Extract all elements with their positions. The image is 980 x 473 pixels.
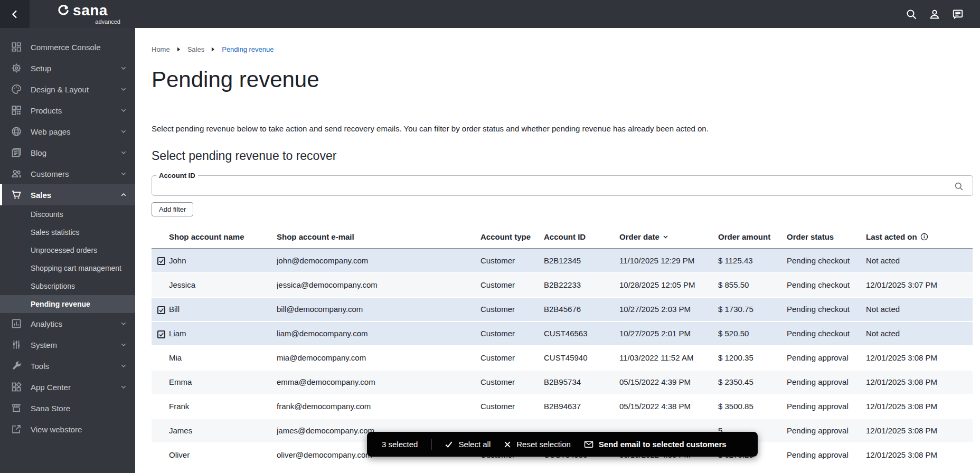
chevron-down-icon <box>119 169 128 178</box>
x-icon <box>504 441 511 448</box>
sidebar-item-shopping-cart-management[interactable]: Shopping cart management <box>0 259 135 277</box>
sidebar-item-customers[interactable]: Customers <box>0 163 135 184</box>
table-row-john[interactable]: Johnjohn@democompany.comCustomerB2B12345… <box>152 249 973 273</box>
breadcrumb-pending-revenue[interactable]: Pending revenue <box>222 45 274 53</box>
sidebar-item-sana-store[interactable]: Sana Store <box>0 398 135 419</box>
feedback-chat-icon[interactable] <box>951 8 964 21</box>
sidebar-item-tools[interactable]: Tools <box>0 355 135 376</box>
chevron-down-icon <box>119 383 128 391</box>
row-checkbox[interactable] <box>157 330 165 338</box>
reset-selection-button[interactable]: Reset selection <box>504 440 571 449</box>
cell-account-id: B2B95734 <box>544 370 619 394</box>
send-email-button[interactable]: Send email to selected customers <box>584 440 727 449</box>
sidebar-item-web-pages[interactable]: Web pages <box>0 121 135 142</box>
account-id-input[interactable] <box>159 183 945 192</box>
column-header-order-amount[interactable]: Order amount <box>718 226 787 249</box>
breadcrumb-sales[interactable]: Sales <box>187 45 205 53</box>
sidebar-item-unprocessed-orders[interactable]: Unprocessed orders <box>0 241 135 259</box>
cell-account-type: Customer <box>480 273 544 297</box>
table-row-mia[interactable]: Miamia@democompany.comCustomerCUST459401… <box>152 346 973 370</box>
sidebar-item-commerce-console[interactable]: Commerce Console <box>0 36 135 58</box>
sana-logo[interactable]: sana advanced <box>30 3 135 25</box>
cell-order-date: 10/27/2025 2:03 PM <box>619 297 718 321</box>
add-filter-button[interactable]: Add filter <box>152 202 193 216</box>
sidebar-item-subscriptions[interactable]: Subscriptions <box>0 277 135 295</box>
cell-shop-account-name: Frank <box>169 394 277 419</box>
sidebar-item-label: Design & Layout <box>31 85 89 94</box>
field-search-icon[interactable] <box>953 180 965 193</box>
external-link-icon <box>11 423 22 435</box>
column-header-account-id[interactable]: Account ID <box>544 226 619 249</box>
column-header-order-status[interactable]: Order status <box>787 226 866 249</box>
column-header-account-type[interactable]: Account type <box>480 226 544 249</box>
cell-account-id: B2B22233 <box>544 273 619 297</box>
table-row-emma[interactable]: Emmaemma@democompany.comCustomerB2B95734… <box>152 370 973 394</box>
chevron-down-icon <box>119 340 128 349</box>
sidebar-item-label: Setup <box>31 64 51 73</box>
sidebar-item-products[interactable]: Products <box>0 100 135 121</box>
sidebar-item-setup[interactable]: Setup <box>0 58 135 79</box>
sidebar-item-label: Tools <box>31 362 49 371</box>
sidebar-nav: Commerce ConsoleSetupDesign & LayoutProd… <box>0 28 135 473</box>
cell-order-status: Pending approval <box>787 394 866 419</box>
sidebar-item-design-layout[interactable]: Design & Layout <box>0 79 135 100</box>
account-icon[interactable] <box>928 8 941 21</box>
account-id-label: Account ID <box>156 172 198 179</box>
chevron-down-icon <box>119 85 128 93</box>
row-checkbox[interactable] <box>157 306 165 314</box>
sidebar-item-view-webstore[interactable]: View webstore <box>0 419 135 440</box>
palette-icon <box>11 83 22 95</box>
info-icon <box>920 233 928 241</box>
column-header-last-acted-on[interactable]: Last acted on <box>866 226 973 249</box>
row-checkbox[interactable] <box>157 257 165 265</box>
chevron-down-icon <box>119 64 128 72</box>
breadcrumb-separator-icon <box>177 47 181 52</box>
cell-shop-account-email: liam@democompany.com <box>277 321 480 346</box>
breadcrumb-home[interactable]: Home <box>152 45 170 53</box>
sidebar-item-sales-statistics[interactable]: Sales statistics <box>0 223 135 241</box>
cell-last-acted-on: Not acted <box>866 321 973 346</box>
column-header-shop-account-name[interactable]: Shop account name <box>169 226 277 249</box>
cell-last-acted-on: 12/01/2025 3:08 PM <box>866 394 973 419</box>
cell-order-status: Pending approval <box>787 443 866 467</box>
chevron-down-icon <box>119 148 128 157</box>
sidebar-item-blog[interactable]: Blog <box>0 142 135 163</box>
cell-account-id: CUST45940 <box>544 346 619 370</box>
cell-shop-account-name: Liam <box>169 321 277 346</box>
select-all-button[interactable]: Select all <box>445 440 491 449</box>
envelope-icon <box>584 440 593 448</box>
sidebar-item-system[interactable]: System <box>0 334 135 355</box>
sidebar-item-label: Customers <box>31 169 69 178</box>
logo-subtitle: advanced <box>95 18 120 25</box>
cell-order-amount: $ 1125.43 <box>718 249 787 273</box>
cell-shop-account-name: Jessica <box>169 273 277 297</box>
table-row-jessica[interactable]: Jessicajessica@democompany.comCustomerB2… <box>152 273 973 297</box>
sidebar-item-discounts[interactable]: Discounts <box>0 205 135 223</box>
section-heading: Select pending revenue to recover <box>152 149 973 163</box>
sidebar-item-pending-revenue[interactable]: Pending revenue <box>0 295 135 313</box>
table-row-frank[interactable]: Frankfrank@democompany.comCustomerB2B946… <box>152 394 973 419</box>
search-icon[interactable] <box>905 8 918 21</box>
cell-last-acted-on: Not acted <box>866 249 973 273</box>
column-header-shop-account-e-mail[interactable]: Shop account e-mail <box>277 226 480 249</box>
logo-text: sana <box>73 3 108 18</box>
cell-account-type: Customer <box>480 297 544 321</box>
wrench-icon <box>11 360 22 372</box>
table-row-bill[interactable]: Billbill@democompany.comCustomerB2B45676… <box>152 297 973 321</box>
sidebar-item-sales[interactable]: Sales <box>0 184 135 205</box>
cell-account-id: CUST46563 <box>544 321 619 346</box>
cell-order-amount: $ 3500.85 <box>718 394 787 419</box>
page-title: Pending revenue <box>152 67 973 92</box>
sidebar-item-analytics[interactable]: Analytics <box>0 313 135 334</box>
breadcrumb: HomeSalesPending revenue <box>152 28 973 53</box>
table-row-liam[interactable]: Liamliam@democompany.comCustomerCUST4656… <box>152 321 973 346</box>
sidebar-item-label: Subscriptions <box>31 282 75 290</box>
chevron-down-icon <box>119 106 128 115</box>
chevron-down-icon <box>119 362 128 370</box>
sidebar-item-label: Blog <box>31 148 46 157</box>
cell-last-acted-on: Not acted <box>866 297 973 321</box>
column-header-order-date[interactable]: Order date <box>619 226 718 249</box>
collapse-sidebar-button[interactable] <box>0 0 30 28</box>
sidebar-item-app-center[interactable]: App Center <box>0 376 135 398</box>
cell-account-type: Customer <box>480 394 544 419</box>
